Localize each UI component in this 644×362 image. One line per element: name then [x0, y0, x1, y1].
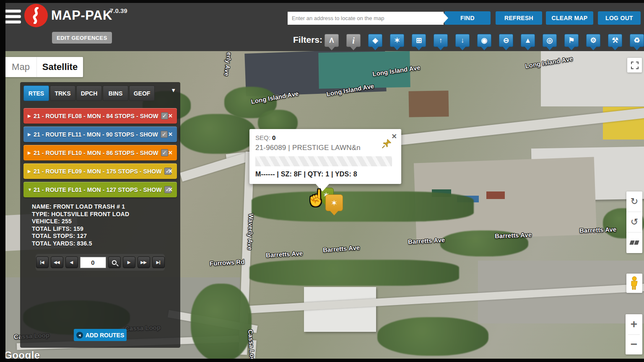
street-label: Barretts Ave [579, 225, 617, 234]
refresh-button[interactable]: REFRESH [496, 11, 542, 25]
filter-truck-button[interactable]: ⊞ [412, 34, 426, 47]
map-pak-logo [24, 4, 48, 27]
tilt-45-icon [630, 240, 639, 246]
rotate-cw-button[interactable]: ↻ [626, 191, 642, 212]
route-close-icon[interactable]: ✕ [168, 168, 173, 174]
rotate-cw-icon: ↻ [631, 196, 638, 207]
popup-customer-line: 21-96089 | PRESTIGE LAWN&n [255, 144, 395, 152]
route-label: 21 - ROUTE FL08 - MON - 84 STOPS - SHOW [34, 113, 158, 119]
terrain-patch [486, 191, 505, 199]
edit-geofences-button[interactable]: EDIT GEOFENCES [52, 32, 112, 44]
route-row-fl09[interactable]: ▶ 21 - ROUTE FL09 - MON - 175 STOPS - SH… [23, 163, 177, 179]
pager-next-button[interactable]: ▶ [123, 256, 135, 268]
info-icon: i [352, 36, 355, 45]
filter-arrow-up-button[interactable]: ↑ [434, 34, 448, 47]
stop-marker-gold[interactable]: ✶ [325, 194, 343, 211]
rotate-ccw-button[interactable]: ↺ [626, 212, 642, 233]
search-arrow-icon [443, 13, 448, 23]
address-search-input[interactable] [288, 12, 444, 25]
expand-arrow-icon[interactable]: ▶ [28, 132, 34, 137]
location-pin-icon: ◉ [481, 37, 488, 44]
street-label: erly Ave [223, 52, 233, 77]
route-close-icon[interactable]: ✕ [168, 150, 173, 156]
route-row-fl01[interactable]: ▼ 21 - ROUTE FL01 - MON - 127 STOPS - SH… [23, 182, 177, 197]
route-label: 21 - ROUTE FL11 - MON - 90 STOPS - SHOW [34, 131, 158, 138]
route-row-fl10[interactable]: ▶ 21 - ROUTE FL10 - MON - 86 STOPS - SHO… [23, 145, 177, 160]
filter-tag-button[interactable]: ◈ [368, 34, 382, 47]
zoom-controls: + − [626, 314, 642, 354]
expand-arrow-icon[interactable]: ▶ [28, 114, 34, 118]
route-row-fl08[interactable]: ▶ 21 - ROUTE FL08 - MON - 84 STOPS - SHO… [23, 108, 177, 124]
add-routes-label: ADD ROUTES [86, 332, 125, 339]
filter-location-pin-button[interactable]: ◉ [477, 34, 491, 47]
filter-camera-button[interactable]: ◎ [543, 34, 557, 47]
filter-debris-pile-button[interactable]: ▲ [521, 34, 535, 47]
collapse-arrow-icon[interactable]: ▼ [28, 187, 34, 192]
filter-no-entry-button[interactable]: ⊖ [499, 34, 513, 47]
popup-close-icon[interactable]: ✕ [392, 132, 397, 140]
filter-info-button[interactable]: i [346, 34, 361, 47]
route-visible-checkbox[interactable]: ✓ [161, 149, 168, 156]
expand-arrow-icon[interactable]: ▶ [28, 150, 34, 155]
find-button[interactable]: FIND [444, 11, 491, 25]
drafting-compass-icon: Λ [329, 37, 334, 44]
street-label: Barretts Ave [266, 250, 303, 259]
truck-icon: ⊞ [416, 37, 422, 44]
add-routes-button[interactable]: ◄ ADD ROUTES [74, 329, 127, 341]
pager-prev-button[interactable]: ◀ [65, 256, 78, 268]
route-row-fl11[interactable]: ▶ 21 - ROUTE FL11 - MON - 90 STOPS - SHO… [23, 127, 177, 142]
tab-rtes[interactable]: RTES [23, 85, 49, 101]
route-close-icon[interactable]: ✕ [168, 131, 173, 137]
route-visible-checkbox[interactable]: ✓ [161, 112, 168, 119]
route-close-icon[interactable]: ✕ [168, 186, 173, 193]
map-view-button[interactable]: Map [5, 57, 37, 77]
pager-fast-next-button[interactable]: ▶▶ [138, 256, 150, 268]
stop-info-popup: ✕ SEQ: 0 21-96089 | PRESTIGE LAWN&n M---… [249, 129, 401, 184]
terrain-patch [408, 90, 449, 117]
filter-arrow-down-button[interactable]: ↓ [455, 34, 470, 47]
filter-pushpin-button[interactable]: ✶ [390, 34, 404, 47]
pager-last-button[interactable]: ▶| [152, 256, 165, 268]
fullscreen-button[interactable] [627, 58, 642, 72]
rotate-ccw-icon: ↺ [631, 217, 638, 228]
filter-drafting-compass-button[interactable]: Λ [325, 34, 339, 47]
popup-seq: SEQ: 0 [255, 134, 395, 141]
magnifier-icon [112, 260, 117, 265]
tab-dpch[interactable]: DPCH [76, 85, 102, 101]
log-out-button[interactable]: LOG OUT [598, 11, 641, 25]
route-label: 21 - ROUTE FL10 - MON - 86 STOPS - SHOW [34, 150, 158, 156]
pager-search-button[interactable] [108, 256, 121, 268]
tab-bins[interactable]: BINS [103, 85, 128, 101]
expand-arrow-icon[interactable]: ▶ [28, 169, 34, 173]
hand-cursor-icon: ☝ [306, 189, 326, 207]
detail-vehicle: VEHICLE: 255 [32, 218, 177, 225]
route-label: 21 - ROUTE FL09 - MON - 175 STOPS - SHOW [34, 168, 162, 175]
panel-collapse-icon[interactable]: ▼ [171, 87, 176, 93]
arrow-up-icon: ↑ [439, 37, 443, 44]
filter-sweeping-worker-button[interactable]: ⚒ [608, 34, 622, 47]
arrow-down-icon: ↓ [461, 37, 465, 44]
panel-tabs: RTES TRKS DPCH BINS GEOF [23, 85, 177, 101]
tab-geof[interactable]: GEOF [129, 85, 155, 101]
stop-pager: |◀ ◀◀ ◀ ▶ ▶▶ ▶| [36, 254, 165, 271]
hamburger-menu-icon[interactable] [4, 10, 22, 24]
filter-flag-button[interactable]: ⚑ [564, 34, 579, 47]
zoom-in-button[interactable]: + [626, 314, 642, 334]
pager-fast-prev-button[interactable]: ◀◀ [51, 256, 63, 268]
add-circle-icon: ◄ [76, 332, 83, 339]
app-title: MAP-PAK [51, 8, 112, 23]
clear-map-button[interactable]: CLEAR MAP [546, 11, 593, 25]
popup-detail-line: M------ | SZ: 8F | QTY: 1 | YDS: 8 [255, 171, 395, 178]
satellite-view-button[interactable]: Satellite [37, 57, 83, 77]
pager-first-button[interactable]: |◀ [36, 256, 49, 268]
zoom-out-button[interactable]: − [626, 335, 642, 355]
route-close-icon[interactable]: ✕ [168, 113, 173, 119]
tab-trks[interactable]: TRKS [50, 85, 75, 101]
tilt-view-button[interactable] [626, 233, 642, 253]
route-visible-checkbox[interactable]: ✓ [161, 131, 168, 138]
filter-machine-worker-button[interactable]: ⚙ [586, 34, 600, 47]
filter-bin-worker-button[interactable]: ♻ [630, 34, 644, 47]
pegman-button[interactable] [626, 274, 642, 293]
pager-stop-number-input[interactable] [80, 257, 106, 268]
bin-worker-icon: ♻ [634, 37, 640, 44]
